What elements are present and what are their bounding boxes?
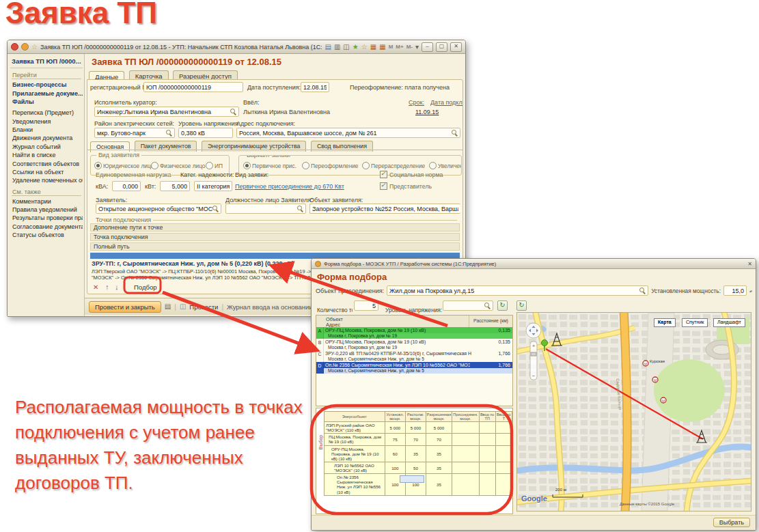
sidebar-item-blanks[interactable]: Бланки [10,126,83,134]
move-down-icon[interactable]: ↓ [115,283,119,291]
district-input[interactable]: мкр. Бутово-парк [94,128,175,138]
category-input[interactable]: II категория [194,181,232,191]
pick-button[interactable]: Подбор [130,282,161,292]
radio-reissue[interactable]: Переоформление [302,162,358,169]
popup-voltage-input[interactable] [443,300,493,311]
power-row[interactable]: ОРУ-ПЦ:Москва, Покровка, дом № 19 (10 кВ… [325,445,512,462]
sidebar-item-correspondence[interactable]: Переписка (Предмет) [10,109,83,117]
post-button[interactable]: Провести [189,303,218,311]
favorites-star-icon[interactable]: ☆ [31,44,38,51]
address-label: Адрес подключения: [236,120,295,127]
sidebar-item-doc-approval[interactable]: Согласование документа [10,223,83,231]
search-icon[interactable] [484,303,491,309]
chevron-down-icon[interactable]: ▾ [415,44,419,51]
select-button[interactable]: Выбрать [713,518,750,527]
sidebar-item-object-links[interactable]: Ссылки на объект [10,168,83,176]
cp-selected-title[interactable]: ЗРУ-ТП: г, Сыромятническая Ниж. ул, дом … [92,260,294,267]
list-row-b[interactable]: B ОРУ-ПЦ:Москва, Покровка, дом № 19 (10 … [316,339,512,350]
radio-legal-entity[interactable]: Юридическое лицо [94,162,154,169]
radio-redistribution[interactable]: Перераспределение [362,162,425,169]
representative-checkbox[interactable]: Представитель [380,182,432,190]
sidebar-item-notification-rules[interactable]: Правила уведомлений [10,206,83,214]
search-icon[interactable] [639,288,646,294]
sidebar-item-check-results[interactable]: Результаты проверки пра... [10,214,83,222]
journal-button[interactable]: Журнал ввода на основании [227,303,313,311]
count-input[interactable]: 5 [354,300,378,311]
close-button[interactable]: ✕ [450,42,462,52]
power-row[interactable]: ПЦ:Москва, Покровка, дом № 19 (10 кВ) 75… [325,434,512,445]
cp-header-path-addition[interactable]: Дополнение пути к точке [90,223,460,232]
tab-main[interactable]: Основная [90,141,130,152]
menu-icon[interactable] [21,43,29,51]
map-button-map[interactable]: Карта [654,318,676,327]
save-icon[interactable]: ▤ [325,44,331,51]
calendar31-icon[interactable]: ▦ [379,44,385,51]
connection-date-value[interactable]: 11.09.15 [415,109,439,115]
save-icon[interactable]: ▤ [165,303,171,310]
search-icon[interactable] [230,109,236,115]
radio-individual[interactable]: Физическое лицо [151,162,205,169]
refresh-map-icon[interactable]: ↻ [516,300,527,311]
sidebar-item-comments[interactable]: Комментарии [10,197,83,206]
radio-primary[interactable]: Первичное прис. [243,162,296,169]
close-icon[interactable]: ✕ [747,261,752,267]
kva-input[interactable]: 0,000 [112,181,141,191]
move-up-icon[interactable]: ↑ [105,283,109,291]
reg-number-input[interactable]: ЮП /000000000000119 [143,82,243,92]
power-row[interactable]: ЛЭП:Рузский район ОАО "МОЭСК" (110 кВ) 5… [325,422,512,434]
sidebar-item-notifications[interactable]: Уведомления [10,117,83,126]
address-input[interactable]: Россия, Москва, Варшавское шоссе, дом № … [236,128,460,138]
search-icon[interactable] [166,130,172,136]
kvt-input[interactable]: 5,000 [160,181,190,191]
sidebar-item-object-matches[interactable]: Соответствия объектов [10,159,83,167]
cp-header-full-path[interactable]: Полный путь [90,242,460,251]
preview-icon[interactable]: ◫ [343,44,349,51]
memory-plus-button[interactable]: М+ [396,44,403,51]
sidebar-item-find-in-list[interactable]: Найти в списке [10,151,83,159]
official-input[interactable] [225,204,306,214]
power-row[interactable]: ЛЭП 10 №5562 ОАО "МОЭСК" (10 кВ) 100 50 … [325,462,512,473]
calendar-icon[interactable]: ▦ [370,44,376,51]
popup-object-input[interactable]: Жил.дом на Покровка ул.д.15 [387,285,648,296]
print-icon[interactable]: ▥ [334,44,340,51]
spinner-icon[interactable]: ▴▾ [749,289,751,293]
minimize-button[interactable]: – [422,42,433,52]
sidebar-item-attached-docs[interactable]: Прилагаемые докуме... [10,89,83,97]
map-button-satellite[interactable]: Спутник [682,318,708,327]
list-row-c[interactable]: C ЗРУ-0,220 кВ ТП:№0429 КТПБР-М-35/10(6)… [316,350,512,362]
sidebar-item-files[interactable]: Файлы [10,98,83,106]
applicant-input[interactable]: Открытое акционерное общество "МОСГАЗ" [96,204,221,214]
delete-row-icon[interactable]: ✕ [93,283,98,291]
applicant-object-input[interactable]: Запорное устройство №252 Россия, Москва,… [309,204,460,214]
installed-power-input[interactable]: 15,0 [723,285,747,296]
sidebar-item-event-log[interactable]: Журнал событий [10,143,83,151]
social-norm-checkbox[interactable]: Социальная норма [380,171,443,178]
maximize-button[interactable]: ▢ [436,42,447,52]
col-distance[interactable]: Расстояние (км) [469,316,512,327]
refresh-icon[interactable]: ↻ [497,300,508,311]
post-and-close-button[interactable]: Провести и закрыть [89,301,161,313]
receipt-date-input[interactable]: 12.08.15 [301,82,329,92]
search-icon[interactable] [297,206,303,212]
sidebar-item-object-statuses[interactable]: Статусы объектов [10,231,83,239]
curator-input[interactable]: Инженер:Лыткина Ирина Валентиновна [94,107,239,117]
voltage-input[interactable]: 0,380 кВ [178,128,233,138]
radio-ip[interactable]: ИП [206,162,223,169]
map-button-terrain[interactable]: Ландшафт [713,318,745,327]
memory-button[interactable]: М [389,44,394,51]
cp-header-connection-point[interactable]: Точка подключения [90,233,460,241]
sidebar-item-doc-movements[interactable]: Движения документа [10,134,83,142]
list-row-d-selected[interactable]: D Оп.№ 2356 Сыромятническая Ниж. ул ЛЭП … [316,362,512,374]
sidebar-item-delete-marked[interactable]: Удаление помеченных об... [10,176,83,184]
history-icon[interactable]: ★ [353,44,359,51]
power-total-input[interactable] [400,475,424,483]
request-kind-link[interactable]: Первичное присоединение до 670 Квт [235,183,344,190]
map-container[interactable]: М М М + − [516,312,751,512]
memory-minus-button[interactable]: М- [406,44,413,51]
radio-increase[interactable]: Увеличение [429,162,462,169]
search-icon[interactable] [212,206,219,212]
search-icon[interactable] [452,130,458,136]
favorites-icon[interactable]: ☆ [361,44,368,51]
sidebar-item-business-processes[interactable]: Бизнес-процессы [10,81,83,89]
list-row-a[interactable]: A ОРУ-ПЦ:Москва, Покровка, дом № 19 (10 … [316,327,512,339]
